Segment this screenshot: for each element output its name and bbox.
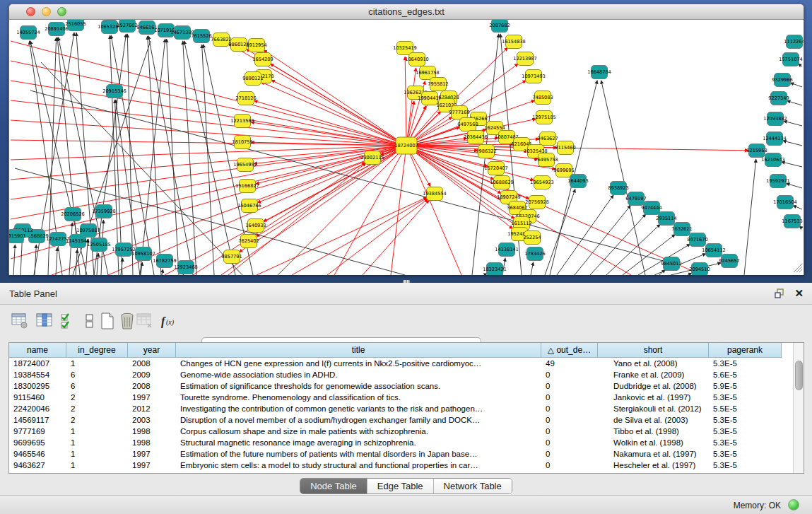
graph-node[interactable]: 12213563	[230, 115, 254, 128]
graph-node[interactable]: 12213987	[513, 52, 537, 66]
graph-node[interactable]: 8471670	[687, 233, 707, 247]
table-cell[interactable]: 5.5E-5	[709, 403, 782, 414]
column-header-title[interactable]: title	[176, 343, 541, 358]
graph-node[interactable]: 10688629	[490, 176, 514, 189]
table-cell[interactable]: 22420046	[9, 403, 66, 414]
graph-node[interactable]: 252254	[523, 231, 541, 245]
table-cell[interactable]: 5.3E-5	[709, 414, 782, 426]
table-cell[interactable]: 0	[541, 369, 598, 380]
graph-node[interactable]: 7485083	[532, 91, 553, 105]
table-cell[interactable]: 5.3E-5	[709, 426, 782, 437]
graph-node[interactable]: 18323421	[483, 263, 507, 276]
tab-network-table[interactable]: Network Table	[434, 479, 512, 493]
graph-node[interactable]: 9845012	[661, 257, 681, 271]
table-cell[interactable]: 0	[541, 426, 598, 437]
graph-node[interactable]: 1644093	[567, 175, 588, 188]
table-cell[interactable]: 1	[66, 437, 128, 448]
table-cell[interactable]: 1	[66, 426, 128, 437]
graph-node[interactable]: 7615526	[191, 30, 211, 43]
table-cell[interactable]: 5.3E-5	[709, 392, 782, 403]
graph-node[interactable]: 15720407	[484, 162, 508, 175]
graph-node[interactable]: 9245652	[719, 255, 739, 268]
graph-node[interactable]: 1527602	[117, 20, 137, 33]
column-header-name[interactable]: name	[9, 343, 66, 358]
table-cell[interactable]: 1	[66, 448, 128, 460]
graph-node[interactable]: 2516055	[65, 20, 86, 31]
table-row[interactable]: 946554611997Estimation of the future num…	[9, 448, 782, 460]
column-header-out_de[interactable]: △ out_de…	[541, 343, 598, 358]
table-cell[interactable]: 6	[66, 369, 128, 380]
graph-node[interactable]: 20915346	[102, 85, 126, 98]
table-cell[interactable]: 5.3E-5	[709, 437, 782, 448]
graph-node[interactable]: 8215958	[746, 144, 767, 158]
table-cell[interactable]: 6	[66, 380, 128, 392]
graph-node[interactable]: 15751074	[779, 53, 803, 66]
table-cell[interactable]: 5.6E-5	[709, 369, 782, 380]
table-row[interactable]: 911546021997Tourette syndrome. Phenomeno…	[9, 392, 782, 403]
graph-node[interactable]: 14055724	[16, 26, 40, 40]
table-cell[interactable]: 49	[541, 358, 598, 369]
network-view-window[interactable]: citations_edges.txt 18724007103254191864…	[8, 4, 804, 275]
table-cell[interactable]: 5.3E-5	[709, 448, 782, 460]
graph-node[interactable]: 9115460	[555, 141, 575, 155]
graph-node[interactable]: 12444134	[763, 132, 787, 146]
graph-node[interactable]: 1654209	[252, 53, 273, 66]
table-cell[interactable]: Tourette syndrome. Phenomenology and cla…	[176, 392, 541, 403]
graph-node[interactable]: 7625402	[238, 235, 259, 248]
table-cell[interactable]: Investigating the contribution of common…	[176, 403, 541, 414]
graph-node[interactable]: 8938923	[608, 182, 628, 195]
table-cell[interactable]: 1997	[128, 392, 176, 403]
column-header-year[interactable]: year	[128, 343, 176, 358]
table-cell[interactable]: 0	[541, 403, 598, 414]
table-cell[interactable]: Genome-wide association studies in ADHD.	[176, 369, 541, 380]
tab-node-table[interactable]: Node Table	[300, 479, 367, 493]
tab-edge-table[interactable]: Edge Table	[367, 479, 434, 493]
table-cell[interactable]: 0	[541, 460, 598, 471]
table-cell[interactable]: 2	[66, 392, 128, 403]
graph-node[interactable]: 20756928	[525, 196, 549, 209]
table-cell[interactable]: 2009	[128, 369, 176, 380]
table-cell[interactable]: Jankovic et al. (1997)	[598, 392, 709, 403]
table-row[interactable]: 1938455462009Genome-wide association stu…	[9, 369, 782, 380]
graph-node[interactable]: 18724007	[394, 137, 418, 154]
graph-node[interactable]: 1640933	[245, 219, 266, 233]
table-cell[interactable]: 2	[66, 414, 128, 426]
table-cell[interactable]: 18300295	[9, 380, 66, 392]
table-cell[interactable]: Wolkin et al. (1998)	[598, 437, 709, 448]
table-cell[interactable]: Hescheler et al. (1997)	[598, 460, 709, 471]
table-cell[interactable]: 0	[541, 448, 598, 460]
table-row[interactable]: 1830029562008Estimation of significance …	[9, 380, 782, 392]
table-cell[interactable]: 1	[66, 460, 128, 471]
table-cell[interactable]: 9465546	[9, 448, 66, 460]
row-mode-icon[interactable]	[81, 312, 98, 330]
graph-node[interactable]: 12923468	[174, 261, 198, 274]
table-cell[interactable]: 9463627	[9, 460, 66, 471]
column-header-short[interactable]: short	[598, 343, 709, 358]
graph-node[interactable]: 2718126	[235, 92, 256, 105]
table-cell[interactable]: Disruption of a novel member of a sodium…	[176, 414, 541, 426]
graph-node[interactable]: 16782759	[153, 255, 177, 268]
table-cell[interactable]: 14569117	[9, 414, 66, 426]
table-cell[interactable]: Structural magnetic resonance image aver…	[176, 437, 541, 448]
select-column-icon[interactable]	[36, 312, 53, 330]
graph-node[interactable]: 7955812	[428, 78, 448, 91]
column-header-pagerank[interactable]: pagerank	[709, 343, 782, 358]
table-cell[interactable]: 2008	[128, 358, 176, 369]
table-cell[interactable]: 9777169	[9, 426, 66, 437]
table-row[interactable]: 1456911722003Disruption of a novel membe…	[9, 414, 782, 426]
graph-node[interactable]: 12975185	[532, 111, 556, 124]
graph-node[interactable]: 2935114	[656, 212, 676, 226]
graph-node[interactable]: 7986322	[476, 145, 496, 158]
table-row[interactable]: 2242004622012Investigating the contribut…	[9, 403, 782, 414]
table-cell[interactable]: 1998	[128, 426, 176, 437]
close-panel-icon[interactable]: ✕	[794, 287, 804, 300]
table-settings-icon[interactable]	[11, 312, 28, 330]
table-cell[interactable]: 0	[541, 437, 598, 448]
network-window-titlebar[interactable]: citations_edges.txt	[9, 4, 804, 20]
table-cell[interactable]: 2008	[128, 380, 176, 392]
scrollbar-thumb[interactable]	[795, 361, 803, 390]
graph-node[interactable]: 7632621	[671, 223, 692, 236]
column-header-in_degree[interactable]: in_degree	[66, 343, 128, 358]
table-cell[interactable]: 1998	[128, 437, 176, 448]
table-row[interactable]: 1872400712008Changes of HCN gene express…	[9, 358, 782, 369]
